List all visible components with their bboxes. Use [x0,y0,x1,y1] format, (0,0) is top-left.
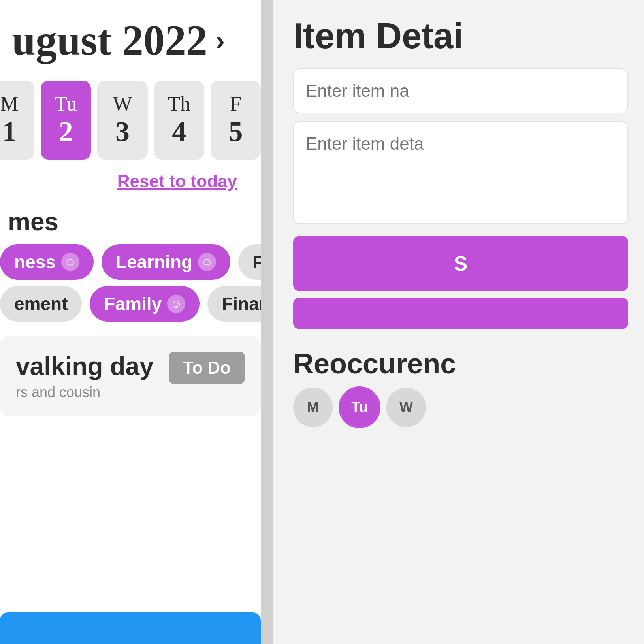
day-num: 2 [59,115,73,148]
secondary-action-button[interactable] [293,298,628,329]
category-chip-finance[interactable]: Finance [207,286,261,322]
next-month-chevron[interactable]: › [215,24,225,56]
categories-row-2: ementFamily☺Finance [0,286,261,328]
day-cell-3[interactable]: W 3 [97,81,147,160]
save-button[interactable]: S [293,236,628,291]
right-panel: Item Detai S Reoccurenc MTuW [273,0,644,644]
day-abbr: F [230,92,241,115]
reoccurrence-day-m[interactable]: M [293,388,333,427]
day-abbr: Th [168,92,190,115]
reoccurrence-day-w[interactable]: W [386,388,426,427]
day-num: 5 [228,115,243,148]
category-chip-family[interactable]: Family☺ [90,286,200,322]
task-card: valking day rs and cousin To Do [0,336,261,416]
right-panel-title: Item Detai [285,0,644,68]
category-chip-ness[interactable]: ness☺ [0,244,94,280]
category-label: Family [104,293,162,314]
task-title: valking day [16,352,154,381]
item-details-input[interactable] [293,121,628,224]
category-label: ement [14,293,68,314]
category-label: Fun [252,251,261,273]
day-abbr: Tu [55,92,77,115]
category-chip-learning[interactable]: Learning☺ [102,244,230,280]
smiley-icon: ☺ [167,295,185,313]
item-name-input[interactable] [293,68,628,113]
categories-row-1: ness☺Learning☺Fun [0,244,261,286]
section-label: mes [0,203,261,244]
month-title-text: ugust 2022 [12,16,207,65]
day-abbr: M [0,92,18,115]
category-label: Finance [222,293,261,314]
todo-badge[interactable]: To Do [169,352,245,384]
task-desc: rs and cousin [16,384,154,401]
day-selector: MTuW [285,388,644,427]
left-panel: ugust 2022 › M 1 Tu 2 W 3 Th 4 F 5 Reset… [0,0,261,644]
smiley-icon: ☺ [198,253,216,271]
day-num: 4 [172,115,186,148]
day-cell-1[interactable]: M 1 [0,81,34,160]
day-abbr: W [113,92,132,115]
month-title-container: ugust 2022 › [0,0,261,73]
task-info: valking day rs and cousin [16,352,154,401]
day-cell-4[interactable]: Th 4 [154,81,204,160]
category-chip-ement[interactable]: ement [0,286,82,322]
category-chip-fun[interactable]: Fun [238,244,261,280]
day-num: 1 [2,115,17,148]
calendar-days-row: M 1 Tu 2 W 3 Th 4 F 5 [0,73,261,168]
smiley-icon: ☺ [61,253,79,271]
reset-today-button[interactable]: Reset to today [0,168,261,203]
category-label: ness [14,251,56,273]
day-cell-5[interactable]: F 5 [211,81,261,160]
day-cell-2[interactable]: Tu 2 [41,81,91,160]
blue-bottom-strip [0,612,261,644]
reoccurrence-label: Reoccurenc [285,335,644,388]
panel-divider [261,0,273,644]
day-num: 3 [115,115,130,148]
category-label: Learning [116,251,192,273]
reoccurrence-day-tu[interactable]: Tu [340,388,379,427]
